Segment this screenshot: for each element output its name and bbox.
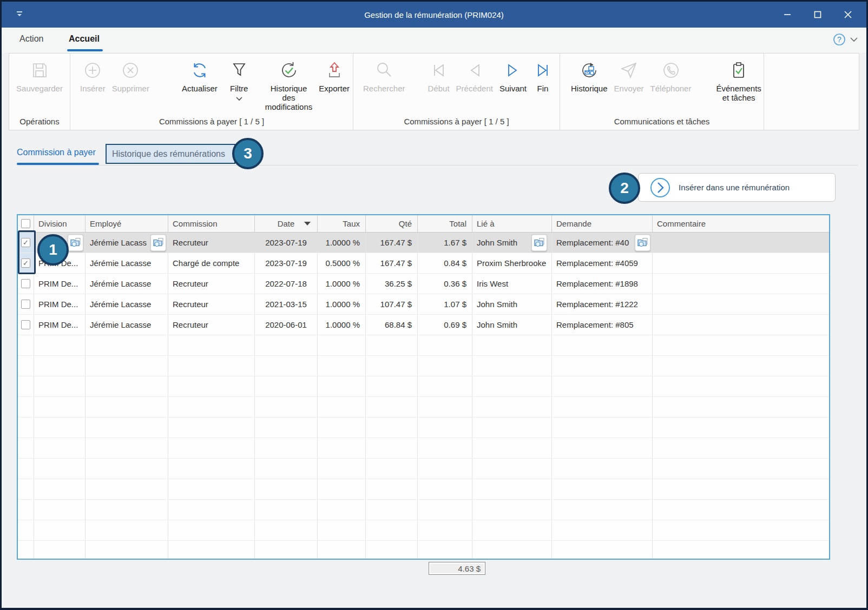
annotation-callout-3: 3 [232,138,264,169]
header-date[interactable]: Date [255,215,318,232]
cell-lie-a: John Smith [472,315,552,335]
cell-commentaire [653,294,829,314]
delete-button[interactable]: Supprimer [109,61,153,93]
search-button[interactable]: Rechercher [360,61,409,93]
cell-commentaire [653,315,829,335]
lookup-icon[interactable] [68,234,83,251]
last-button[interactable]: Fin [530,61,556,93]
active-tab-underline [67,49,103,51]
cell-commission: Recruteur [168,233,255,253]
lookup-icon[interactable] [635,234,650,251]
tab-action[interactable]: Action [19,34,43,44]
ribbon-group-operations: Sauvegarder Opérations [9,54,70,130]
table-row[interactable]: PRIM De... Jérémie Lacasse Recruteur 202… [18,274,829,294]
cell-date: 2023-07-19 [255,253,318,273]
first-button[interactable]: Début [425,61,453,93]
help-icon[interactable]: ? [833,33,846,46]
cell-total: 0.69 $ [418,315,472,335]
triangle-left-icon [465,61,484,80]
document-tabs: Commission à payer Historique des rémuné… [2,142,866,165]
lookup-icon[interactable] [531,234,547,251]
tabs-divider [17,165,858,165]
cell-taux: 1.0000 % [318,274,366,294]
ribbon-group-commissions-edit: Insérer Supprimer Actualiser [70,54,353,130]
cell-employe: Jérémie Lacasse [86,315,168,335]
cell-date: 2023-07-19 [255,233,318,253]
ribbon-group-communications: Historique Envoyer Téléphoner [560,54,764,130]
cell-commentaire [653,253,829,273]
row-checkbox[interactable] [18,253,34,273]
row-checkbox[interactable] [18,315,34,335]
ribbon-empty-area [764,54,859,130]
cell-qte: 68.84 $ [366,315,418,335]
send-button[interactable]: Envoyer [611,61,647,93]
communications-history-icon [580,61,599,80]
table-row[interactable]: Jérémie Lacass Recruteur 2023-07-19 1.00… [18,233,829,253]
header-lie-a[interactable]: Lié à [472,215,552,232]
cell-total: 0.84 $ [418,253,472,273]
table-row[interactable]: PRIM De... Jérémie Lacasse Recruteur 202… [18,315,829,335]
insert-into-remuneration-button[interactable]: Insérer dans une rémunération [638,173,836,202]
history-check-icon [279,61,299,80]
save-button[interactable]: Sauvegarder [13,61,66,93]
next-button[interactable]: Suivant [496,61,530,93]
select-all-checkbox[interactable] [18,215,34,232]
tab-accueil[interactable]: Accueil [69,34,100,44]
filter-button[interactable]: Filtre [226,61,252,101]
delete-x-icon [121,61,140,80]
grid-header-row: Division Employé Commission Date Taux Qt… [18,215,829,233]
refresh-button[interactable]: Actualiser [179,61,221,93]
header-division[interactable]: Division [34,215,86,232]
save-icon [30,61,49,80]
row-checkbox[interactable] [18,274,34,294]
ribbon-tab-bar: Action Accueil ? [2,28,866,53]
paper-plane-icon [619,61,639,80]
ribbon-group-commissions-nav: Rechercher Début Précédent [353,54,560,130]
header-qte[interactable]: Qté [366,215,418,232]
phone-icon [661,61,681,80]
table-row[interactable]: PRIM De... Jérémie Lacasse Chargé de com… [18,253,829,274]
lookup-icon[interactable] [150,234,166,251]
cell-demande: Remplacement: #40 [552,233,653,253]
header-commentaire[interactable]: Commentaire [653,215,829,232]
insert-button[interactable]: Insérer [77,61,109,93]
skip-end-icon [533,61,553,80]
tab-commission-a-payer[interactable]: Commission à payer [17,148,96,157]
header-taux[interactable]: Taux [318,215,366,232]
row-checkbox[interactable] [18,294,34,314]
export-button[interactable]: Exporter [315,61,353,93]
quick-access-icon[interactable] [16,10,23,18]
sort-descending-icon [304,222,311,226]
maximize-button[interactable] [803,2,833,28]
table-row[interactable]: PRIM De... Jérémie Lacasse Recruteur 202… [18,294,829,315]
history-modifications-button[interactable]: Historique des modifications [262,61,316,111]
grid-empty-rows [18,335,829,560]
group-caption-operations: Opérations [9,117,70,126]
header-demande[interactable]: Demande [552,215,653,232]
group-caption-commissions-nav: Commissions à payer [ 1 / 5 ] [353,117,560,126]
export-icon [325,61,344,80]
cell-commission: Recruteur [168,294,255,314]
phone-button[interactable]: Téléphoner [647,61,695,93]
cell-employe: Jérémie Lacasse [86,274,168,294]
minimize-button[interactable] [772,2,803,28]
app-window: Gestion de la rémunération (PRIM024) Act… [0,0,868,610]
window-title: Gestion de la rémunération (PRIM024) [2,10,866,19]
tab-historique-remunerations[interactable]: Historique des rémunérations [106,144,235,164]
row-checkbox[interactable] [18,233,34,253]
cell-taux: 0.5000 % [318,253,366,273]
collapse-ribbon-icon[interactable] [850,37,858,42]
cell-taux: 1.0000 % [318,294,366,314]
annotation-callout-1: 1 [37,234,69,266]
header-total[interactable]: Total [418,215,472,232]
search-icon [374,61,394,80]
header-employe[interactable]: Employé [86,215,168,232]
close-button[interactable] [833,2,863,28]
communications-history-button[interactable]: Historique [568,61,611,93]
header-commission[interactable]: Commission [168,215,255,232]
ribbon: Sauvegarder Opérations Insérer Supprimer [9,53,859,130]
previous-button[interactable]: Précédent [453,61,496,93]
cell-employe: Jérémie Lacasse [86,294,168,314]
events-tasks-button[interactable]: Événements et tâches [713,61,764,102]
cell-commission: Chargé de compte [168,253,255,273]
